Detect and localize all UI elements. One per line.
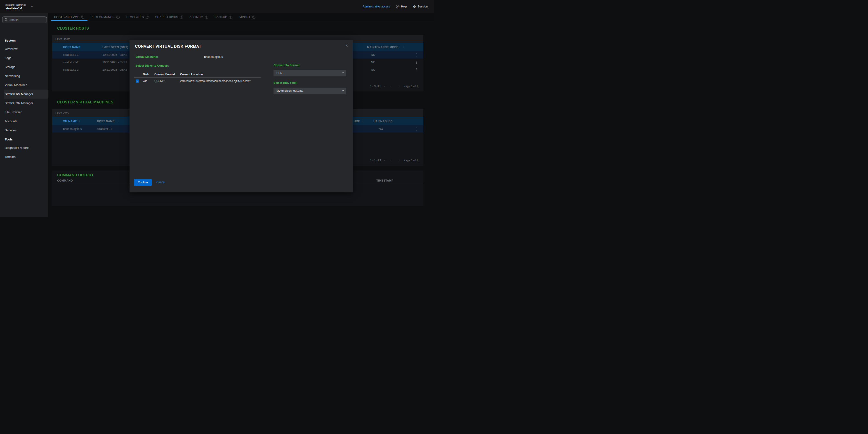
help-icon[interactable]	[116, 15, 120, 19]
column-vm-name[interactable]: VM NAME	[63, 117, 77, 125]
chevron-right-icon[interactable]	[398, 158, 399, 162]
caret-down-icon[interactable]	[384, 85, 385, 88]
rbd-pool-label: Select RBD Pool:	[274, 81, 298, 85]
close-icon[interactable]	[345, 44, 348, 47]
session-label: Session	[418, 5, 428, 8]
sidebar-item-virtual-machines[interactable]: Virtual Machines	[0, 80, 48, 90]
gear-icon	[413, 5, 416, 8]
administrative-access-link[interactable]: Administrative access	[363, 5, 390, 8]
tab-import[interactable]: IMPORT	[235, 13, 258, 21]
tab-label: BACKUP	[215, 15, 227, 19]
pool-select-value: MyVmBlockPool.data	[276, 88, 303, 94]
caret-down-icon[interactable]	[384, 159, 385, 162]
last-seen-cell: 10/21/2025 - 05:42	[102, 51, 127, 59]
column-timestamp: TIMESTAMP	[376, 179, 393, 182]
sidebar-item-logs[interactable]: Logs	[0, 54, 48, 63]
pagination-page: Page 1 of 1	[404, 159, 418, 162]
help-icon[interactable]	[229, 15, 232, 19]
disk-checkbox[interactable]	[136, 79, 139, 82]
tab-label: SHARED DISKS	[155, 15, 178, 19]
kebab-menu-icon[interactable]	[415, 51, 418, 59]
user-menu[interactable]: stratistor-admin@ stratistor1-1	[0, 3, 33, 10]
sidebar-item-terminal[interactable]: Terminal	[0, 153, 48, 162]
column-ha-enabled[interactable]: HA ENABLED	[373, 117, 393, 125]
column-host-name[interactable]: HOST NAME	[97, 117, 115, 125]
disk-format-cell: QCOW2	[154, 79, 165, 82]
host-name: stratistor1-1	[5, 6, 26, 10]
sidebar-item-services[interactable]: Services	[0, 126, 48, 135]
sidebar: System Overview Logs Storage Networking …	[0, 13, 48, 217]
column-maintenance-mode[interactable]: MAINTENANCE MODE	[367, 43, 398, 51]
help-icon[interactable]	[81, 15, 84, 19]
sidebar-item-accounts[interactable]: Accounts	[0, 117, 48, 126]
maintenance-cell: NO	[371, 66, 375, 73]
tab-hosts-and-vms[interactable]: HOSTS AND VMS	[51, 13, 88, 21]
help-menu[interactable]: Help	[396, 5, 407, 8]
column-last-seen[interactable]: LAST SEEN (GMT)	[102, 43, 128, 51]
hosts-pagination: 1 - 3 of 3 Page 1 of 1	[370, 83, 418, 90]
divider	[134, 77, 260, 78]
nav-header-tools: Tools	[0, 136, 48, 143]
chevron-right-icon[interactable]	[398, 84, 399, 88]
disk-column-disk: Disk	[143, 73, 149, 76]
chevron-left-icon[interactable]	[391, 158, 392, 162]
sort-both-icon[interactable]	[362, 117, 363, 125]
sidebar-item-storage[interactable]: Storage	[0, 63, 48, 72]
sort-asc-icon[interactable]	[79, 43, 80, 51]
sort-asc-icon[interactable]	[79, 117, 80, 125]
sort-both-icon[interactable]	[118, 117, 119, 125]
sort-both-icon[interactable]	[393, 117, 395, 125]
kebab-menu-icon[interactable]	[415, 125, 418, 133]
host-name-cell: stratistor1-2	[63, 59, 79, 66]
pagination-range[interactable]: 1 - 3 of 3	[370, 85, 381, 88]
disk-column-location: Current Location	[180, 73, 203, 76]
caret-down-icon	[31, 5, 33, 8]
help-icon[interactable]	[180, 15, 183, 19]
vms-pagination: 1 - 1 of 1 Page 1 of 1	[370, 157, 418, 164]
vm-name-cell: baseos-ajfllt2u	[63, 125, 82, 133]
pagination-page: Page 1 of 1	[404, 85, 418, 88]
session-menu[interactable]: Session	[413, 5, 428, 8]
column-host-name[interactable]: HOST NAME	[63, 43, 81, 51]
search-input[interactable]	[2, 16, 47, 23]
kebab-menu-icon[interactable]	[415, 66, 418, 73]
help-icon[interactable]	[146, 15, 149, 19]
maintenance-cell: NO	[371, 59, 375, 66]
sidebar-item-stratistor-manager[interactable]: StratiSTOR Manager	[0, 99, 48, 108]
ha-enabled-cell: NO	[379, 125, 383, 133]
cancel-button[interactable]: Cancel	[156, 181, 165, 184]
sidebar-item-diagnostic-reports[interactable]: Diagnostic reports	[0, 143, 48, 153]
help-icon	[396, 5, 399, 8]
help-label: Help	[401, 5, 407, 8]
user-name: stratistor-admin@	[5, 3, 26, 6]
pagination-range[interactable]: 1 - 1 of 1	[370, 159, 381, 162]
sidebar-item-overview[interactable]: Overview	[0, 44, 48, 54]
disk-column-format: Current Format	[154, 73, 175, 76]
help-icon[interactable]	[205, 15, 208, 19]
confirm-button[interactable]: Confirm	[134, 179, 152, 186]
sidebar-item-networking[interactable]: Networking	[0, 72, 48, 80]
sidebar-item-file-browser[interactable]: File Browser	[0, 108, 48, 117]
tab-templates[interactable]: TEMPLATES	[123, 13, 152, 21]
tab-performance[interactable]: PERFORMANCE	[88, 13, 123, 21]
tab-label: TEMPLATES	[126, 15, 144, 19]
sidebar-item-stratiserv-manager[interactable]: StratiSERV Manager	[4, 90, 48, 99]
help-icon[interactable]	[252, 15, 255, 19]
column-architecture-partial[interactable]: URE	[354, 117, 360, 125]
tab-affinity[interactable]: AFFINITY	[186, 13, 211, 21]
disk-name-cell: vda	[143, 79, 147, 82]
chevron-left-icon[interactable]	[391, 84, 392, 88]
sort-both-icon[interactable]	[403, 43, 404, 51]
vm-label: Virtual Machine:	[135, 55, 158, 59]
host-name-cell: stratistor1-3	[63, 66, 79, 73]
kebab-menu-icon[interactable]	[415, 59, 418, 66]
tab-backup[interactable]: BACKUP	[211, 13, 235, 21]
maintenance-cell: NO	[371, 51, 375, 59]
pool-select[interactable]: MyVmBlockPool.data	[274, 88, 346, 94]
host-name-cell: stratistor1-1	[63, 51, 79, 59]
user-identity: stratistor-admin@ stratistor1-1	[5, 3, 26, 10]
caret-down-icon	[342, 88, 344, 94]
tab-shared-disks[interactable]: SHARED DISKS	[152, 13, 186, 21]
format-select[interactable]: RBD	[274, 70, 346, 76]
last-seen-cell: 10/21/2025 - 05:42	[102, 66, 127, 73]
